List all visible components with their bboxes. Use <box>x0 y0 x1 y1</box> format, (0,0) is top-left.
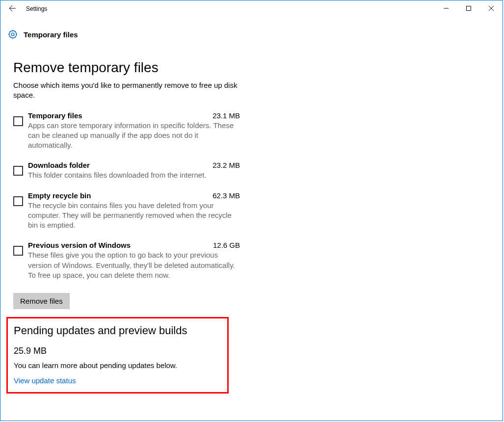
item-title: Temporary files <box>28 111 82 120</box>
checkbox-recycle-bin[interactable] <box>13 196 23 206</box>
pending-desc: You can learn more about pending updates… <box>14 361 222 369</box>
item-desc: The recycle bin contains files you have … <box>28 201 240 231</box>
item-title: Empty recycle bin <box>28 191 91 200</box>
pending-title: Pending updates and preview builds <box>14 324 222 337</box>
remove-files-button[interactable]: Remove files <box>13 293 70 309</box>
back-arrow-icon <box>8 4 16 12</box>
section-heading: Remove temporary files <box>13 60 240 76</box>
svg-point-4 <box>11 33 14 36</box>
item-size: 62.3 MB <box>212 191 240 200</box>
pending-size: 25.9 MB <box>14 346 222 356</box>
svg-point-5 <box>9 30 16 38</box>
list-item: Empty recycle bin 62.3 MB The recycle bi… <box>13 191 240 231</box>
item-size: 23.1 MB <box>212 111 240 120</box>
minimize-icon <box>444 6 449 11</box>
checkbox-previous-windows[interactable] <box>13 246 23 256</box>
item-size: 12.6 GB <box>213 241 240 249</box>
minimize-button[interactable] <box>435 0 457 16</box>
section-intro: Choose which items you'd like to permane… <box>13 80 240 101</box>
maximize-button[interactable] <box>457 0 480 16</box>
view-update-status-link[interactable]: View update status <box>14 376 76 385</box>
checkbox-temporary-files[interactable] <box>13 116 23 126</box>
item-desc: Apps can store temporary information in … <box>28 121 240 151</box>
checkbox-downloads[interactable] <box>13 166 23 176</box>
item-desc: These files give you the option to go ba… <box>28 250 240 280</box>
list-item: Downloads folder 23.2 MB This folder con… <box>13 161 240 180</box>
gear-icon <box>7 28 19 40</box>
item-title: Previous version of Windows <box>28 241 131 249</box>
pending-updates-section: Pending updates and preview builds 25.9 … <box>6 317 229 394</box>
item-desc: This folder contains files downloaded fr… <box>28 170 240 180</box>
page-header: Temporary files <box>0 16 503 40</box>
close-button[interactable] <box>480 0 503 16</box>
list-item: Temporary files 23.1 MB Apps can store t… <box>13 111 240 151</box>
list-item: Previous version of Windows 12.6 GB Thes… <box>13 241 240 280</box>
page-title: Temporary files <box>24 30 78 39</box>
maximize-icon <box>466 6 471 11</box>
titlebar: Settings <box>0 0 503 16</box>
window-title: Settings <box>24 4 47 12</box>
item-title: Downloads folder <box>28 161 90 169</box>
close-icon <box>489 6 494 11</box>
back-button[interactable] <box>0 0 24 16</box>
svg-rect-1 <box>467 6 471 11</box>
item-size: 23.2 MB <box>212 161 240 169</box>
